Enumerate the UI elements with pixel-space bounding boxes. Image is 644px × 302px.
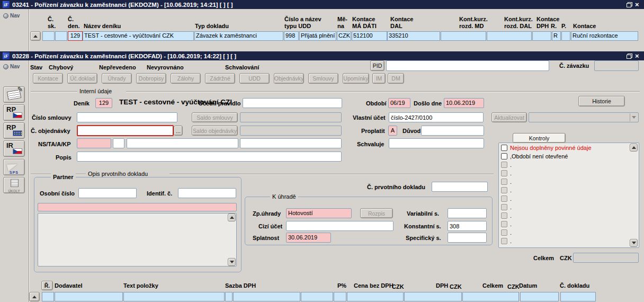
toolbar-smlouvy-button[interactable]: Smlouvy <box>308 73 338 84</box>
toolbar-kontace-button[interactable]: Kontace <box>33 73 63 84</box>
cell-mena[interactable]: CZK <box>337 31 351 41</box>
duvod-input[interactable] <box>421 126 484 136</box>
historie-button[interactable]: Historie <box>578 96 625 106</box>
kontroly-scroll-down-button[interactable] <box>630 239 638 247</box>
osobni-cislo-input[interactable] <box>78 188 137 198</box>
item-cell-rc[interactable] <box>42 292 54 301</box>
tasks-checklist-icon <box>11 179 19 187</box>
cell-udd-cislo[interactable]: 998 <box>284 31 299 41</box>
item-cell-sazba-kod[interactable] <box>225 292 232 301</box>
kontroly-button[interactable]: Kontroly <box>513 133 566 143</box>
pid-input[interactable] <box>386 60 549 71</box>
cell-c-den[interactable]: 129 <box>68 31 83 41</box>
prvotni-doklad-input[interactable] <box>432 182 488 192</box>
konstantni-s-input[interactable] <box>448 221 487 231</box>
cell-kontace-dal[interactable]: 335210 <box>387 31 440 41</box>
cell-c-sk[interactable] <box>42 31 55 41</box>
pid-button[interactable]: PID <box>370 60 384 71</box>
window1-restore-icon[interactable] <box>627 2 632 7</box>
items-header-rc[interactable]: Ř. <box>41 281 53 290</box>
item-cell-dph[interactable] <box>404 292 462 301</box>
specificky-s-label: Specifický s. <box>406 235 441 242</box>
item-cell-p-pct[interactable] <box>334 292 346 301</box>
toolbar-zadrzne-button[interactable]: Zádržné <box>205 73 235 84</box>
toolbar-objednavky-button[interactable]: Objednávky <box>274 73 304 84</box>
rozpis-button[interactable]: Rozpis <box>360 208 393 218</box>
cell-udd-nazev[interactable]: Přijatá plnění z <box>299 31 336 41</box>
cell-kontace[interactable]: Ruční rozkontace <box>571 31 638 41</box>
schvaluje-input[interactable] <box>389 138 484 148</box>
item-cell-cena-bez-dph[interactable] <box>347 292 404 301</box>
cizi-ucet-input[interactable] <box>286 221 393 231</box>
obdobi-field[interactable]: 06/19 <box>388 98 410 108</box>
cell-blank[interactable] <box>55 31 67 41</box>
kontroly-item-3: . <box>510 170 512 176</box>
rp-cz-button[interactable]: RP <box>3 104 25 121</box>
item-cell-datum[interactable] <box>520 292 559 301</box>
app-logo-icon: iF <box>3 1 10 8</box>
ns-input-3[interactable] <box>127 138 238 148</box>
ns-input-2[interactable] <box>113 138 124 148</box>
popis-input[interactable] <box>77 152 342 162</box>
saldo-objednavky-button[interactable]: Saldo objednávky <box>192 126 238 136</box>
toolbar-uc-doklad-button[interactable]: Úč.doklad <box>67 73 97 84</box>
row-scroll-up-button[interactable] <box>30 31 41 41</box>
item-cell-sazba-2[interactable] <box>301 292 333 301</box>
window2-restore-icon[interactable] <box>627 54 632 59</box>
toolbar-upominky-button[interactable]: Upomínky <box>343 73 369 84</box>
window2-close-icon[interactable]: × <box>635 53 641 59</box>
sps-button[interactable]: SPS <box>3 159 25 175</box>
cell-kurz-md[interactable] <box>441 31 486 41</box>
kontroly-scroll-up-button[interactable] <box>630 144 638 152</box>
cell-kontace-dph[interactable] <box>532 31 551 41</box>
ns-input-4[interactable] <box>240 138 342 148</box>
partner-scroll-up-button[interactable] <box>228 214 236 221</box>
cell-nazev-deniku[interactable]: TEST - cestovné - vyúčtování CZK <box>83 31 194 41</box>
ucetni-pravidlo-input[interactable] <box>243 98 342 108</box>
window2-nav-radio[interactable]: Nav <box>3 64 20 69</box>
kontroly-checkbox-1[interactable] <box>501 153 507 159</box>
aktualizovat-button[interactable]: Aktualizovat <box>491 112 527 122</box>
specificky-s-input[interactable] <box>448 233 487 243</box>
toolbar-dm-button[interactable]: DM <box>388 73 404 84</box>
vlastni-ucet-input[interactable] <box>389 112 484 122</box>
item-cell-celkem[interactable] <box>462 292 519 301</box>
aktualizovat-dropdown[interactable] <box>529 112 639 122</box>
ir-cz-button[interactable]: IR <box>3 140 25 157</box>
doslo-dne-field[interactable]: 10.06.2019 <box>444 98 484 108</box>
edit-document-button[interactable] <box>3 86 25 103</box>
toolbar-im-button[interactable]: IM <box>372 73 386 84</box>
zp-uhrady-field[interactable]: Hotovostí <box>286 208 352 218</box>
cell-p[interactable] <box>561 31 570 41</box>
rp-eu-button[interactable]: RP <box>3 122 25 139</box>
cell-typ-dokladu[interactable]: Závazek k zaměstnanci <box>194 31 283 41</box>
item-cell-dodavatel[interactable] <box>55 292 123 301</box>
ns-input-1[interactable] <box>77 138 111 148</box>
partner-scroll-down-button[interactable] <box>228 258 236 266</box>
cell-kontace-md[interactable]: 512100 <box>352 31 387 41</box>
identif-c-input[interactable] <box>178 188 236 198</box>
item-cell-sazba-text[interactable] <box>233 292 300 301</box>
window1-nav-radio[interactable]: Nav <box>3 13 20 19</box>
toolbar-dobropisy-button[interactable]: Dobropisy <box>136 73 166 84</box>
cell-r[interactable]: R <box>552 31 561 41</box>
ns-ta-a-kp-label: NS/TA/A/KP <box>38 141 71 148</box>
items-scroll-up-button[interactable] <box>29 292 40 301</box>
splatnost-field[interactable]: 30.06.2019 <box>286 233 331 243</box>
cell-kurz-dal[interactable] <box>487 31 532 41</box>
variabilni-s-input[interactable] <box>448 208 487 218</box>
denik-field[interactable]: 129 <box>95 98 112 108</box>
proplatit-field[interactable]: A <box>388 126 397 136</box>
objednavky-lookup-button[interactable]: ... <box>174 126 183 136</box>
window1-close-icon[interactable]: × <box>635 2 641 7</box>
toolbar-uhrady-button[interactable]: Úhrady <box>102 73 132 84</box>
ukoly-button[interactable]: ÚKOLY <box>3 177 25 193</box>
item-cell-text-polozky[interactable] <box>123 292 225 301</box>
kontroly-checkbox-0[interactable] <box>501 145 507 151</box>
cislo-smlouvy-input[interactable] <box>77 112 177 122</box>
saldo-smlouvy-button[interactable]: Saldo smlouvy <box>192 112 238 122</box>
toolbar-zalohy-button[interactable]: Zálohy <box>171 73 201 84</box>
toolbar-udd-button[interactable]: UDD <box>239 73 270 84</box>
item-cell-c-dokladu[interactable] <box>560 292 596 301</box>
c-objednavky-input[interactable] <box>77 125 174 136</box>
